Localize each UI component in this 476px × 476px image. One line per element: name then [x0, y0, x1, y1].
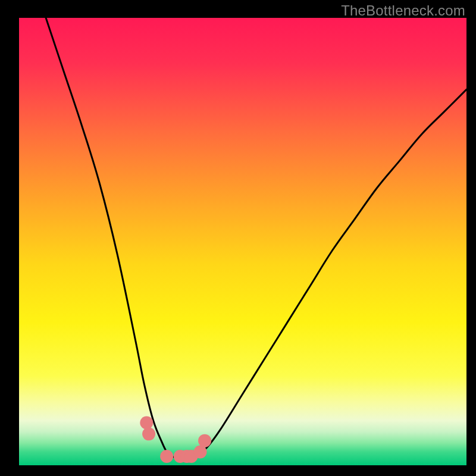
plot-area [19, 18, 466, 465]
marker-point [160, 450, 173, 463]
marker-group [140, 416, 211, 463]
marker-point [142, 427, 155, 440]
watermark-label: TheBottleneck.com [341, 2, 465, 19]
bottleneck-curve [46, 18, 466, 458]
marker-point [194, 445, 207, 458]
chart-svg [19, 18, 466, 465]
marker-point [140, 416, 153, 430]
marker-point [198, 434, 211, 447]
chart-frame: TheBottleneck.com [0, 0, 476, 476]
